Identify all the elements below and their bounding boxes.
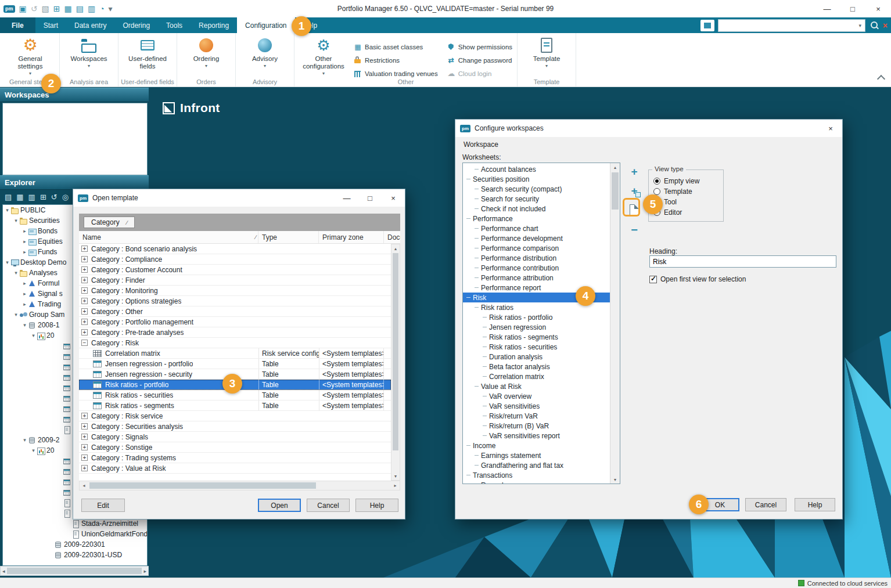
heading-input[interactable]	[649, 255, 836, 268]
category-row-category-risk[interactable]: −Category : Risk	[79, 338, 391, 348]
category-row-category-trading-systems[interactable]: +Category : Trading systems	[79, 453, 391, 463]
expand-icon[interactable]: +	[81, 287, 88, 294]
category-row-category-portfolio-management[interactable]: +Category : Portfolio management	[79, 317, 391, 327]
edit-button[interactable]: Edit	[81, 499, 125, 512]
help-button[interactable]: Help	[355, 499, 398, 512]
category-row-category-pre-trade-analyses[interactable]: +Category : Pre-trade analyses	[79, 327, 391, 338]
expander-icon[interactable]: ▾	[13, 218, 19, 223]
scroll-down-icon[interactable]: ▾	[610, 475, 620, 484]
ribbon-tab-tools[interactable]: Tools	[158, 17, 191, 33]
scroll-thumb[interactable]	[89, 482, 316, 489]
category-row-category-other[interactable]: +Category : Other	[79, 306, 391, 317]
explorer-tree-view-icon[interactable]: ▤	[5, 193, 12, 201]
scroll-left-icon[interactable]: ◂	[80, 482, 88, 490]
ribbon-button-general-stettings[interactable]: General stettings▾	[6, 35, 55, 77]
expander-icon[interactable]: ▸	[21, 280, 28, 286]
ribbon-item-restrictions[interactable]: Restrictions	[354, 53, 438, 67]
category-row-category-sonstige[interactable]: +Category : Sonstige	[79, 442, 391, 453]
expander-icon[interactable]: ▾	[21, 437, 28, 443]
column-header-type[interactable]: Type	[258, 231, 319, 243]
save-icon[interactable]: ▣	[19, 5, 27, 13]
workspaces-list[interactable]	[2, 103, 148, 175]
worksheet-node-performance-chart[interactable]: Performance chart	[463, 223, 610, 233]
worksheet-node-grandfathering-and-flat-tax[interactable]: Grandfathering and flat tax	[463, 460, 610, 470]
list-icon[interactable]: ▤	[76, 5, 84, 13]
scroll-thumb[interactable]	[7, 568, 142, 574]
expander-icon[interactable]: ▸	[21, 249, 28, 255]
worksheet-node-var-overview[interactable]: VaR overview	[463, 391, 610, 401]
ribbon-collapse-icon[interactable]	[877, 75, 885, 83]
ribbon-button-other-configurations[interactable]: Other configurations▾	[299, 35, 348, 77]
search-input[interactable]	[718, 21, 856, 30]
maximize-icon[interactable]: □	[840, 0, 865, 17]
expander-icon[interactable]: ▸	[21, 228, 28, 234]
table-icon[interactable]: ▦	[64, 5, 71, 13]
qat-dropdown-icon[interactable]: ▾	[109, 5, 113, 13]
dialog-titlebar[interactable]: pm Open template — □ ×	[73, 189, 405, 207]
ribbon-button-user-defined-fields[interactable]: User-defined fields	[123, 35, 172, 77]
expand-icon[interactable]: +	[81, 246, 88, 252]
panel-icon[interactable]	[700, 20, 714, 31]
expand-icon[interactable]: +	[81, 277, 88, 283]
worksheet-node-performance-comparison[interactable]: Performance comparison	[463, 243, 610, 253]
explorer-columns-icon[interactable]: ▥	[28, 193, 35, 201]
ribbon-item-change-password[interactable]: Change password	[447, 53, 512, 67]
expand-icon[interactable]: +	[81, 329, 88, 336]
expand-icon[interactable]: +	[81, 423, 88, 430]
ribbon-tab-start[interactable]: Start	[35, 17, 66, 33]
explorer-node-2009-220301-usd[interactable]: 2009-220301-USD	[3, 550, 147, 560]
help-button[interactable]: Help	[795, 498, 835, 511]
worksheet-node-performance-attribution[interactable]: Performance attribution	[463, 273, 610, 283]
worksheets-vscrollbar[interactable]: ▴ ▾	[610, 163, 620, 484]
worksheet-node-correlation-matrix[interactable]: Correlation matrix	[463, 371, 610, 381]
ribbon-item-show-permissions[interactable]: Show permissions	[447, 40, 512, 53]
category-row-category-bond-scenario-analysis[interactable]: +Category : Bond scenario analysis	[79, 244, 391, 254]
expand-icon[interactable]: +	[81, 308, 88, 315]
radio-editor[interactable]: Editor	[653, 207, 718, 218]
explorer-node-uniongeldmarktfond[interactable]: UnionGeldmarktFond	[3, 529, 147, 539]
expand-icon[interactable]: +	[81, 465, 88, 471]
template-row-risk-ratios-segments[interactable]: Risk ratios - segmentsTable<System templ…	[79, 401, 391, 411]
expander-icon[interactable]: ▸	[21, 291, 28, 297]
globe-icon[interactable]: ◔	[99, 5, 104, 13]
scroll-right-icon[interactable]: ▸	[391, 482, 400, 490]
explorer-new-folder-icon[interactable]: ⊞	[40, 193, 46, 201]
ribbon-tab-ordering[interactable]: Ordering	[114, 17, 158, 33]
category-row-category-compliance[interactable]: +Category : Compliance	[79, 254, 391, 265]
search-icon[interactable]	[869, 20, 879, 31]
expand-icon[interactable]: +	[81, 298, 88, 304]
worksheet-node-transactions[interactable]: Transactions	[463, 470, 610, 480]
expander-icon[interactable]: ▾	[21, 322, 28, 328]
worksheet-node-jensen-regression[interactable]: Jensen regression	[463, 322, 610, 332]
scroll-left-icon[interactable]: ◂	[2, 568, 5, 574]
worksheet-node-search-for-security[interactable]: Search for security	[463, 194, 610, 204]
category-row-category-signals[interactable]: +Category : Signals	[79, 432, 391, 442]
worksheet-node-risk-ratios-segments[interactable]: Risk ratios - segments	[463, 332, 610, 342]
columns-icon[interactable]: ▥	[88, 5, 95, 13]
worksheet-node-performance[interactable]: Performance	[463, 214, 610, 223]
category-row-category-finder[interactable]: +Category : Finder	[79, 275, 391, 286]
undo-icon[interactable]: ↺	[31, 5, 38, 13]
collapse-icon[interactable]: −	[81, 340, 88, 346]
calendar-icon[interactable]: ⊞	[53, 5, 60, 13]
scroll-down-icon[interactable]: ▾	[391, 472, 400, 480]
expand-icon[interactable]: +	[81, 266, 88, 273]
worksheet-node-performance-contribution[interactable]: Performance contribution	[463, 263, 610, 273]
worksheet-node-beta-factor-analysis[interactable]: Beta factor analysis	[463, 362, 610, 371]
template-list-vscrollbar[interactable]: ▴ ▾	[391, 244, 400, 481]
category-row-category-securities-analysis[interactable]: +Category : Securities analysis	[79, 421, 391, 432]
expand-icon[interactable]: +	[81, 256, 88, 262]
scroll-up-icon[interactable]: ▴	[610, 163, 620, 171]
explorer-refresh-icon[interactable]: ↺	[51, 193, 58, 201]
ribbon-tab-file[interactable]: File	[0, 17, 35, 33]
expand-icon[interactable]: +	[81, 454, 88, 461]
worksheet-node-risk-return-b-var[interactable]: Risk/return (B) VaR	[463, 421, 610, 431]
cancel-button[interactable]: Cancel	[307, 499, 350, 512]
worksheet-node-account-balances[interactable]: Account balances	[463, 164, 610, 174]
expander-icon[interactable]: ▾	[30, 333, 37, 338]
maximize-icon[interactable]: □	[358, 189, 382, 207]
expand-icon[interactable]: +	[81, 319, 88, 325]
expander-icon[interactable]: ▸	[21, 239, 28, 244]
worksheet-node-record[interactable]: Record	[463, 480, 610, 484]
expander-icon[interactable]: ▾	[4, 259, 10, 265]
